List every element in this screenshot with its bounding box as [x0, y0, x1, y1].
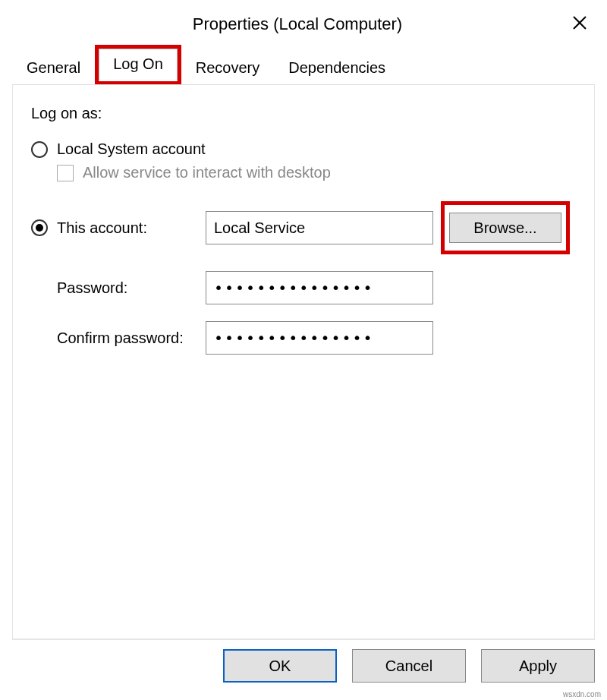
- dialog-body: Log on as: Local System account Allow se…: [12, 85, 595, 639]
- log-on-as-label: Log on as:: [31, 105, 576, 122]
- radio-local-system[interactable]: [31, 141, 48, 158]
- password-label: Password:: [31, 279, 206, 297]
- tab-log-on[interactable]: Log On: [99, 49, 178, 81]
- confirm-password-label: Confirm password:: [31, 330, 206, 347]
- watermark: wsxdn.com: [563, 690, 601, 698]
- account-input[interactable]: [206, 211, 433, 244]
- cancel-button[interactable]: Cancel: [352, 649, 466, 683]
- close-button[interactable]: [568, 11, 592, 35]
- radio-this-account-label[interactable]: This account:: [57, 219, 147, 237]
- ok-button[interactable]: OK: [223, 649, 337, 683]
- checkbox-interact-desktop-label: Allow service to interact with desktop: [83, 164, 331, 181]
- dialog-title: Properties (Local Computer): [0, 14, 595, 34]
- password-input[interactable]: [206, 271, 433, 304]
- highlight-browse: Browse...: [441, 201, 570, 254]
- tab-underline: [12, 84, 595, 85]
- radio-local-system-label[interactable]: Local System account: [57, 140, 206, 158]
- tab-general[interactable]: General: [12, 52, 95, 85]
- confirm-password-input[interactable]: [206, 321, 433, 355]
- tab-dependencies[interactable]: Dependencies: [274, 52, 400, 85]
- radio-this-account[interactable]: [31, 219, 48, 236]
- apply-button[interactable]: Apply: [481, 649, 595, 683]
- footer-divider: [12, 639, 595, 640]
- browse-button[interactable]: Browse...: [449, 213, 561, 243]
- highlight-logon-tab: Log On: [95, 45, 181, 85]
- tab-recovery[interactable]: Recovery: [181, 52, 274, 85]
- close-icon: [572, 15, 587, 30]
- checkbox-interact-desktop: [57, 165, 74, 181]
